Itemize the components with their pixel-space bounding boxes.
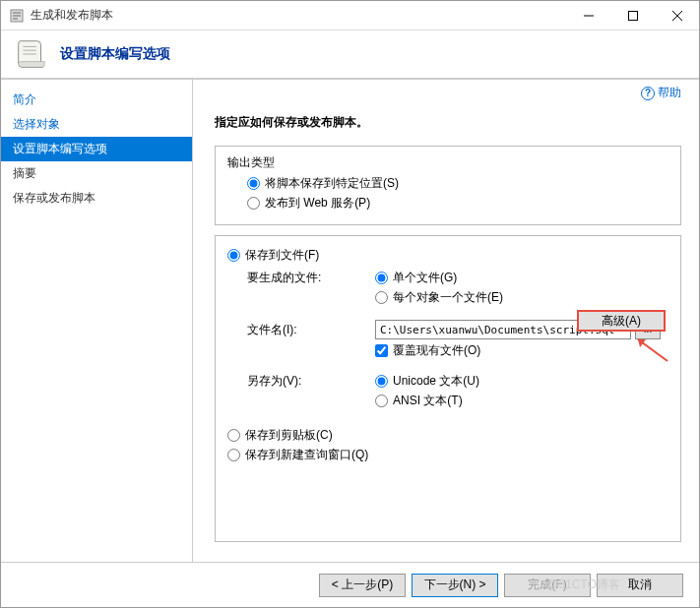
radio-ansi-input[interactable] (375, 395, 388, 407)
wizard-window: 生成和发布脚本 设置脚本编写选项 简介 选择对象 设置脚本编写选项 摘要 保存或… (0, 0, 700, 608)
overwrite-checkbox[interactable]: 覆盖现有文件(O) (375, 342, 480, 359)
radio-save-location[interactable]: 将脚本保存到特定位置(S) (247, 175, 399, 192)
advanced-button[interactable]: 高级(A) (577, 310, 666, 332)
instruction-text: 指定应如何保存或发布脚本。 (215, 114, 681, 131)
svg-rect-2 (628, 11, 637, 20)
radio-save-to-file[interactable]: 保存到文件(F) (227, 247, 319, 264)
radio-unicode-input[interactable] (375, 375, 388, 388)
cancel-button[interactable]: 取消 (597, 574, 683, 597)
radio-per-object[interactable]: 每个对象一个文件(E) (375, 289, 503, 306)
window-title: 生成和发布脚本 (31, 7, 566, 24)
help-icon: ? (641, 87, 655, 100)
titlebar: 生成和发布脚本 (1, 1, 699, 30)
output-type-group: 输出类型 将脚本保存到特定位置(S) 发布到 Web 服务(P) (215, 146, 681, 225)
page-title: 设置脚本编写选项 (60, 45, 170, 63)
window-controls (566, 1, 699, 30)
files-to-generate-label: 要生成的文件: (247, 270, 375, 286)
wizard-footer: < 上一步(P) 下一步(N) > 完成(F) 取消 (1, 562, 699, 607)
save-options-group: 保存到文件(F) 要生成的文件: 单个文件(G) 每个对象一个文件(E) (215, 235, 681, 542)
wizard-body: 简介 选择对象 设置脚本编写选项 摘要 保存或发布脚本 ? 帮助 指定应如何保存… (1, 80, 699, 562)
finish-button: 完成(F) (504, 574, 591, 597)
radio-single-file[interactable]: 单个文件(G) (375, 270, 457, 286)
radio-save-location-input[interactable] (247, 177, 260, 190)
sidebar-item-set-scripting-options[interactable]: 设置脚本编写选项 (1, 137, 192, 161)
maximize-button[interactable] (610, 1, 655, 30)
sidebar-item-choose-objects[interactable]: 选择对象 (1, 112, 192, 137)
radio-new-query-input[interactable] (227, 449, 240, 461)
help-label: 帮助 (658, 85, 681, 101)
app-icon (9, 8, 25, 24)
content-pane: ? 帮助 指定应如何保存或发布脚本。 输出类型 将脚本保存到特定位置(S) 发布… (193, 80, 699, 562)
overwrite-checkbox-input[interactable] (375, 344, 388, 357)
radio-clipboard[interactable]: 保存到剪贴板(C) (227, 427, 333, 444)
filename-label: 文件名(I): (247, 322, 375, 338)
prev-button[interactable]: < 上一步(P) (319, 574, 406, 597)
minimize-button[interactable] (566, 1, 610, 30)
radio-new-query[interactable]: 保存到新建查询窗口(Q) (227, 447, 368, 463)
output-type-label: 输出类型 (227, 154, 668, 171)
radio-clipboard-input[interactable] (227, 429, 240, 442)
sidebar-item-save-publish[interactable]: 保存或发布脚本 (1, 186, 192, 211)
sidebar: 简介 选择对象 设置脚本编写选项 摘要 保存或发布脚本 (1, 80, 193, 562)
radio-publish-web[interactable]: 发布到 Web 服务(P) (247, 195, 370, 212)
radio-save-to-file-input[interactable] (227, 249, 240, 262)
wizard-header: 设置脚本编写选项 (1, 30, 699, 80)
radio-single-file-input[interactable] (375, 272, 388, 284)
help-link[interactable]: ? 帮助 (641, 85, 681, 101)
next-button[interactable]: 下一步(N) > (412, 574, 498, 597)
radio-ansi[interactable]: ANSI 文本(T) (375, 393, 463, 409)
sidebar-item-summary[interactable]: 摘要 (1, 161, 192, 186)
close-button[interactable] (655, 1, 699, 30)
annotation-arrow-icon (630, 334, 669, 363)
script-icon (13, 35, 50, 73)
sidebar-item-intro[interactable]: 简介 (1, 88, 192, 112)
save-as-label: 另存为(V): (247, 373, 375, 390)
radio-per-object-input[interactable] (375, 291, 388, 304)
radio-unicode[interactable]: Unicode 文本(U) (375, 373, 479, 390)
radio-publish-web-input[interactable] (247, 197, 260, 210)
